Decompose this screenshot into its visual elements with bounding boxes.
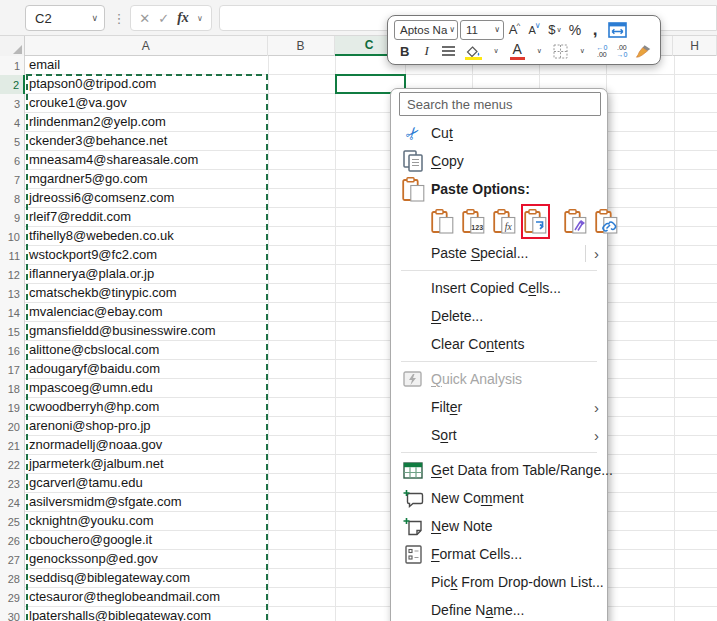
cell-A1[interactable]: email	[25, 56, 268, 75]
row-header-5[interactable]: 5	[0, 132, 25, 151]
chevron-down-icon[interactable]: ∨	[91, 13, 98, 23]
format-painter-icon[interactable]	[633, 41, 654, 61]
column-header-H[interactable]: H	[673, 36, 717, 56]
menu-item-new-note[interactable]: New Note	[391, 512, 607, 540]
cell-A2[interactable]: ptapson0@tripod.com	[25, 75, 268, 94]
paste-transpose-icon[interactable]	[524, 206, 547, 237]
row-header-14[interactable]: 14	[0, 303, 25, 322]
cell-A17[interactable]: adougaryf@baidu.com	[25, 360, 268, 379]
row-header-9[interactable]: 9	[0, 208, 25, 227]
center-align-icon[interactable]	[438, 41, 459, 61]
cell-A28[interactable]: seddisq@biblegateway.com	[25, 569, 268, 588]
cell-A14[interactable]: mvalenciac@ebay.com	[25, 303, 268, 322]
fill-color-dropdown[interactable]: ∨	[487, 41, 505, 61]
borders-button[interactable]	[550, 41, 571, 61]
cell-A7[interactable]: mgardner5@go.com	[25, 170, 268, 189]
cell-A15[interactable]: gmansfieldd@businesswire.com	[25, 322, 268, 341]
select-all-corner[interactable]	[0, 36, 25, 56]
cell-A19[interactable]: cwoodberryh@hp.com	[25, 398, 268, 417]
menu-item-new-comment[interactable]: New Comment	[391, 484, 607, 512]
cell-A22[interactable]: jparmeterk@jalbum.net	[25, 455, 268, 474]
paste-values-icon[interactable]: 123	[462, 206, 485, 237]
cell-A18[interactable]: mpascoeg@umn.edu	[25, 379, 268, 398]
row-header-10[interactable]: 10	[0, 227, 25, 246]
row-header-26[interactable]: 26	[0, 531, 25, 550]
bold-button[interactable]: B	[394, 41, 415, 61]
row-header-2[interactable]: 2	[0, 75, 25, 94]
increase-font-size-button[interactable]: A^	[506, 20, 524, 40]
row-header-8[interactable]: 8	[0, 189, 25, 208]
font-name-combo[interactable]: Aptos Na ∨	[394, 20, 458, 40]
cancel-icon[interactable]: ✕	[139, 11, 150, 26]
row-header-20[interactable]: 20	[0, 417, 25, 436]
menu-item-pick-from-drop-down-list[interactable]: Pick From Drop-down List...	[391, 568, 607, 596]
row-header-3[interactable]: 3	[0, 94, 25, 113]
row-header-15[interactable]: 15	[0, 322, 25, 341]
decrease-font-size-button[interactable]: A∨	[526, 20, 544, 40]
italic-button[interactable]: I	[417, 41, 436, 61]
row-header-6[interactable]: 6	[0, 151, 25, 170]
insert-function-icon[interactable]: fx	[177, 10, 189, 26]
menu-item-cut[interactable]: ✂Cut	[391, 119, 607, 147]
cell-A16[interactable]: alittone@cbslocal.com	[25, 341, 268, 360]
paste-formulas-icon[interactable]: fx	[493, 206, 516, 237]
cell-A24[interactable]: asilversmidm@sfgate.com	[25, 493, 268, 512]
menu-item-filter[interactable]: Filter›	[391, 393, 607, 421]
comma-style-button[interactable]: ,	[586, 20, 604, 40]
menu-item-insert-copied-cells[interactable]: Insert Copied Cells...	[391, 274, 607, 302]
menu-item-copy[interactable]: Copy	[391, 147, 607, 175]
row-header-23[interactable]: 23	[0, 474, 25, 493]
menu-item-delete[interactable]: Delete...	[391, 302, 607, 330]
column-header-A[interactable]: A	[25, 36, 268, 56]
menu-item-paste-options-label[interactable]: Paste Options:	[391, 175, 607, 203]
paste-formatting-icon[interactable]	[564, 206, 587, 237]
cell-A27[interactable]: genockssonp@ed.gov	[25, 550, 268, 569]
row-header-27[interactable]: 27	[0, 550, 25, 569]
cell-A13[interactable]: cmatschekb@tinypic.com	[25, 284, 268, 303]
column-header-B[interactable]: B	[268, 36, 335, 56]
row-header-22[interactable]: 22	[0, 455, 25, 474]
menu-item-sort[interactable]: Sort›	[391, 421, 607, 449]
cell-A10[interactable]: tfihelly8@webeden.co.uk	[25, 227, 268, 246]
chevron-down-icon[interactable]: ∨	[197, 14, 203, 23]
row-header-18[interactable]: 18	[0, 379, 25, 398]
sheet-grid[interactable]: 1email2ptapson0@tripod.com3crouke1@va.go…	[0, 56, 717, 621]
enter-icon[interactable]: ✓	[158, 11, 169, 26]
menu-item-paste-special[interactable]: Paste Special...›	[391, 239, 607, 267]
font-size-combo[interactable]: 11 ∨	[460, 20, 504, 40]
row-header-24[interactable]: 24	[0, 493, 25, 512]
row-header-28[interactable]: 28	[0, 569, 25, 588]
row-header-13[interactable]: 13	[0, 284, 25, 303]
row-header-29[interactable]: 29	[0, 588, 25, 607]
cell-A9[interactable]: rleif7@reddit.com	[25, 208, 268, 227]
row-header-17[interactable]: 17	[0, 360, 25, 379]
row-header-16[interactable]: 16	[0, 341, 25, 360]
menu-item-define-name[interactable]: Define Name...	[391, 596, 607, 621]
borders-dropdown[interactable]: ∨	[573, 41, 591, 61]
cell-A25[interactable]: cknightn@youku.com	[25, 512, 268, 531]
paste-icon[interactable]	[431, 206, 454, 237]
paste-link-icon[interactable]	[595, 206, 618, 237]
cell-A23[interactable]: gcarverl@tamu.edu	[25, 474, 268, 493]
cell-A8[interactable]: jdreossi6@comsenz.com	[25, 189, 268, 208]
row-header-1[interactable]: 1	[0, 56, 25, 75]
row-header-25[interactable]: 25	[0, 512, 25, 531]
formula-bar-options-handle[interactable]: ⋮	[113, 4, 125, 32]
cell-A29[interactable]: ctesauror@theglobeandmail.com	[25, 588, 268, 607]
cell-A11[interactable]: wstockport9@fc2.com	[25, 246, 268, 265]
row-header-21[interactable]: 21	[0, 436, 25, 455]
row-header-12[interactable]: 12	[0, 265, 25, 284]
cell-A6[interactable]: mneasam4@shareasale.com	[25, 151, 268, 170]
name-box[interactable]: C2 ∨	[25, 5, 105, 31]
row-header-7[interactable]: 7	[0, 170, 25, 189]
menu-item-format-cells[interactable]: Format Cells...	[391, 540, 607, 568]
cell-A4[interactable]: rlindenman2@yelp.com	[25, 113, 268, 132]
cell-A5[interactable]: ckender3@behance.net	[25, 132, 268, 151]
cell-A21[interactable]: znormadellj@noaa.gov	[25, 436, 268, 455]
cell-A30[interactable]: lpatershalls@biblegateway.com	[25, 607, 268, 621]
fill-color-button[interactable]	[462, 41, 485, 61]
row-header-4[interactable]: 4	[0, 113, 25, 132]
search-input[interactable]	[399, 92, 601, 116]
menu-item-get-data-from-table-range[interactable]: Get Data from Table/Range...	[391, 456, 607, 484]
cell-A12[interactable]: iflannerya@plala.or.jp	[25, 265, 268, 284]
